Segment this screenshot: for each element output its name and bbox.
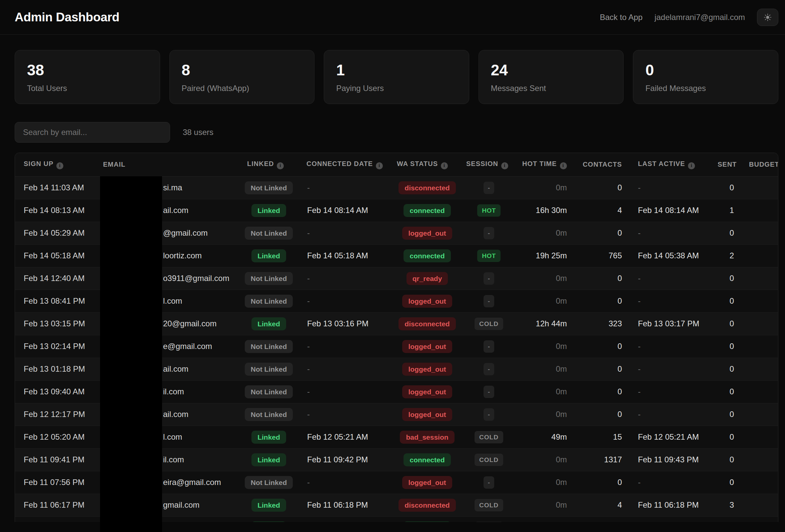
cell-contacts: 1317 bbox=[572, 448, 627, 471]
cell-connected-date: - bbox=[301, 176, 392, 199]
cell-sent: 0 bbox=[712, 290, 742, 312]
cell-budget bbox=[742, 471, 778, 494]
cell-session: HOT bbox=[462, 199, 515, 222]
cell-wa-status: connected bbox=[392, 199, 462, 222]
cell-connected-date: - bbox=[301, 471, 392, 494]
linked-badge: Linked bbox=[251, 317, 286, 330]
cell-budget bbox=[742, 222, 778, 244]
cell-last-active: - bbox=[627, 222, 712, 244]
cell-connected-date: - bbox=[301, 335, 392, 358]
cell-contacts: 2 bbox=[572, 516, 627, 522]
cell-linked: Linked bbox=[237, 426, 301, 448]
cell-last-active: - bbox=[627, 290, 712, 312]
cell-connected-date: - bbox=[301, 403, 392, 426]
cell-budget bbox=[742, 448, 778, 471]
info-icon[interactable]: i bbox=[560, 162, 567, 169]
header-right: Back to App jadelamrani7@gmail.com bbox=[600, 9, 778, 26]
session-badge: COLD bbox=[475, 522, 503, 522]
cell-sent: 3 bbox=[712, 494, 742, 516]
stat-card: 0 Failed Messages bbox=[633, 50, 778, 104]
cell-linked: Linked bbox=[237, 494, 301, 516]
cell-sign-up: Feb 14 05:18 AM bbox=[15, 244, 100, 267]
column-header-hot_time: HOT TIMEi bbox=[515, 153, 572, 176]
column-header-linked: LINKEDi bbox=[237, 153, 301, 176]
cell-wa-status: connected bbox=[392, 448, 462, 471]
stat-value: 8 bbox=[182, 61, 302, 79]
cell-sign-up: Feb 14 05:29 AM bbox=[15, 222, 100, 244]
cell-session: - bbox=[462, 290, 515, 312]
linked-badge: Not Linked bbox=[245, 363, 293, 376]
cell-sign-up: Feb 14 12:40 AM bbox=[15, 267, 100, 290]
cell-linked: Linked bbox=[237, 448, 301, 471]
stat-value: 24 bbox=[491, 61, 612, 79]
cell-linked: Not Linked bbox=[237, 471, 301, 494]
cell-sign-up: Feb 13 03:15 PM bbox=[15, 312, 100, 335]
cell-sign-up: Feb 14 11:03 AM bbox=[15, 176, 100, 199]
cell-contacts: 323 bbox=[572, 312, 627, 335]
cell-last-active: Feb 13 03:17 PM bbox=[627, 312, 712, 335]
cell-wa-status: logged_out bbox=[392, 290, 462, 312]
cell-wa-status: logged_out bbox=[392, 380, 462, 403]
table-header-row: SIGN UPiEMAILLINKEDiCONNECTED DATEiWA ST… bbox=[15, 153, 778, 176]
linked-badge: Linked bbox=[251, 499, 286, 512]
cell-sign-up: Feb 14 08:13 AM bbox=[15, 199, 100, 222]
back-to-app-link[interactable]: Back to App bbox=[600, 13, 642, 22]
column-label: WA STATUS bbox=[397, 160, 438, 167]
linked-badge: Linked bbox=[251, 204, 286, 217]
linked-badge: Linked bbox=[251, 249, 286, 262]
cell-session: - bbox=[462, 176, 515, 199]
cell-contacts: 0 bbox=[572, 403, 627, 426]
sun-icon bbox=[763, 13, 772, 22]
column-label: LAST ACTIVE bbox=[638, 160, 685, 167]
cell-hot-time: 0m bbox=[515, 448, 572, 471]
cell-hot-time: 0m bbox=[515, 222, 572, 244]
column-label: EMAIL bbox=[103, 161, 125, 168]
stat-label: Paired (WhatsApp) bbox=[182, 84, 302, 93]
cell-connected-date: Feb 11 06:18 PM bbox=[301, 494, 392, 516]
stat-value: 38 bbox=[27, 61, 148, 79]
session-badge: - bbox=[484, 408, 494, 421]
search-input[interactable] bbox=[15, 122, 170, 143]
cell-connected-date: Feb 13 03:16 PM bbox=[301, 312, 392, 335]
cell-session: - bbox=[462, 358, 515, 380]
info-icon[interactable]: i bbox=[441, 162, 448, 169]
theme-toggle-button[interactable] bbox=[757, 9, 778, 26]
wa-status-badge: connected bbox=[404, 453, 451, 466]
cell-wa-status: connected bbox=[392, 244, 462, 267]
cell-linked: Linked bbox=[237, 199, 301, 222]
cell-linked: Not Linked bbox=[237, 358, 301, 380]
cell-budget bbox=[742, 380, 778, 403]
cell-hot-time: 0m bbox=[515, 335, 572, 358]
info-icon[interactable]: i bbox=[277, 162, 284, 169]
cell-wa-status: connected bbox=[392, 516, 462, 522]
cell-last-active: - bbox=[627, 380, 712, 403]
cell-connected-date: - bbox=[301, 358, 392, 380]
info-icon[interactable]: i bbox=[56, 162, 64, 169]
cell-linked: Not Linked bbox=[237, 176, 301, 199]
info-icon[interactable]: i bbox=[376, 162, 383, 169]
wa-status-badge: bad_session bbox=[400, 431, 454, 444]
cell-hot-time: 0m bbox=[515, 176, 572, 199]
cell-last-active: - bbox=[627, 335, 712, 358]
cell-wa-status: qr_ready bbox=[392, 267, 462, 290]
cell-sent: 1 bbox=[712, 199, 742, 222]
stat-value: 1 bbox=[336, 61, 457, 79]
cell-sign-up: Feb 11 07:56 PM bbox=[15, 471, 100, 494]
column-header-sign_up: SIGN UPi bbox=[15, 153, 100, 176]
stat-label: Failed Messages bbox=[645, 84, 766, 93]
cell-sent: 0 bbox=[712, 176, 742, 199]
cell-contacts: 0 bbox=[572, 290, 627, 312]
cell-sign-up: Feb 13 02:14 PM bbox=[15, 335, 100, 358]
cell-session: HOT bbox=[462, 244, 515, 267]
cell-sign-up: Feb 12 12:17 PM bbox=[15, 403, 100, 426]
cell-session: - bbox=[462, 222, 515, 244]
cell-contacts: 0 bbox=[572, 380, 627, 403]
cell-budget bbox=[742, 335, 778, 358]
info-icon[interactable]: i bbox=[688, 162, 695, 169]
info-icon[interactable]: i bbox=[501, 162, 508, 169]
linked-badge: Not Linked bbox=[245, 272, 293, 285]
cell-wa-status: disconnected bbox=[392, 494, 462, 516]
column-header-budget: BUDGET bbox=[742, 153, 778, 176]
stat-card: 8 Paired (WhatsApp) bbox=[170, 50, 315, 104]
cell-wa-status: logged_out bbox=[392, 335, 462, 358]
